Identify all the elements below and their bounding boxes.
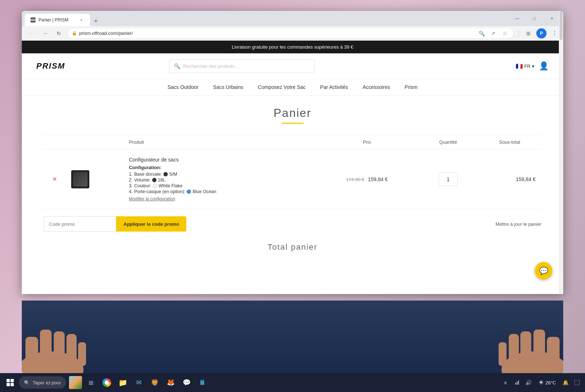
apply-promo-button[interactable]: Appliquer le code promo xyxy=(116,216,186,232)
cart-actions: Appliquer le code promo Mettre à jour le… xyxy=(44,216,541,232)
site-logo[interactable]: PRISM xyxy=(36,61,65,71)
config-item-2: 2. Volume: 18L xyxy=(129,177,309,183)
price-cell: 174,90 € 159,84 € xyxy=(315,150,419,209)
back-button[interactable]: ← xyxy=(26,28,36,38)
show-hidden-icons-button[interactable]: ∧ xyxy=(500,377,511,388)
beach-icon xyxy=(69,376,82,389)
svg-rect-13 xyxy=(517,381,517,385)
keyboard-area xyxy=(22,301,563,373)
window-maximize-button[interactable]: □ xyxy=(526,13,543,24)
cart-title: Panier xyxy=(44,106,541,120)
remove-item-button[interactable]: ✕ xyxy=(44,150,65,209)
speaker-icon[interactable]: 🔊 xyxy=(524,377,534,388)
calculator-taskbar-button[interactable]: 🖩 xyxy=(195,375,210,390)
scroll-thumb xyxy=(560,11,562,40)
share-icon[interactable]: ↗ xyxy=(489,29,497,38)
taskbar-right: ∧ 🔊 ☀ 26°C 🔔 xyxy=(500,377,582,388)
url-bar[interactable]: 🔒 prism-offroad.com/panier/ 🔍 ↗ ☆ xyxy=(68,28,513,38)
bookmark-icon[interactable]: ☆ xyxy=(500,29,509,38)
svg-rect-12 xyxy=(515,383,516,385)
mail-taskbar-button[interactable]: ✉ xyxy=(131,375,146,390)
window-close-button[interactable]: × xyxy=(544,13,560,24)
cart-title-underline xyxy=(282,123,304,124)
nav-item-composez[interactable]: Composez Votre Sac xyxy=(258,84,306,90)
search-taskbar-icon: 🔍 xyxy=(24,380,30,385)
active-tab[interactable]: NM Panier | PRISM × xyxy=(25,14,90,26)
modify-config-link[interactable]: Modifier la configuration xyxy=(129,196,309,201)
svg-rect-11 xyxy=(499,342,507,366)
sale-price: 159,84 € xyxy=(368,176,388,182)
chevron-down-icon: ▾ xyxy=(532,64,535,69)
cart-table: Produit Prix Quantité Sous-total ✕ xyxy=(44,135,541,209)
svg-rect-7 xyxy=(547,337,560,366)
volume-icon xyxy=(152,178,157,182)
table-row: ✕ Configurateur de sacs Configuration: xyxy=(44,150,541,209)
slack-icon: 💬 xyxy=(183,379,191,387)
taskbar-beach-app[interactable] xyxy=(69,376,82,389)
forward-button[interactable]: → xyxy=(40,28,50,38)
title-bar: NM Panier | PRISM × + — □ × xyxy=(22,11,563,26)
more-button[interactable]: ⋮ xyxy=(550,29,559,38)
language-selector[interactable]: 🇫🇷 FR ▾ xyxy=(516,63,535,70)
nav-item-accessoires[interactable]: Accessoires xyxy=(363,84,390,90)
svg-rect-10 xyxy=(509,334,519,364)
svg-rect-2 xyxy=(40,330,52,362)
col-prix: Prix xyxy=(315,135,419,150)
new-tab-button[interactable]: + xyxy=(91,16,101,26)
config-item-3: 3. Couleur: White Flake xyxy=(129,183,309,188)
firefox-taskbar-button[interactable]: 🦊 xyxy=(163,375,178,390)
col-remove xyxy=(44,135,65,150)
col-image xyxy=(65,135,123,150)
search-icon[interactable]: 🔍 xyxy=(477,29,486,38)
promo-code-input[interactable] xyxy=(44,216,116,232)
window-minimize-button[interactable]: — xyxy=(509,13,525,24)
chat-button[interactable]: 💬 xyxy=(535,262,552,279)
left-hand xyxy=(22,308,131,373)
address-bar: ← → ↻ 🔒 prism-offroad.com/panier/ 🔍 ↗ ☆ … xyxy=(22,26,563,41)
taskbar-search[interactable]: 🔍 Taper ici pour xyxy=(19,376,66,389)
nav-item-activites[interactable]: Par Activités xyxy=(320,84,348,90)
update-cart-link[interactable]: Mettre à jour le panier xyxy=(496,221,541,227)
product-name: Configurateur de sacs xyxy=(129,157,309,163)
mail-icon: ✉ xyxy=(136,379,142,387)
show-desktop-button[interactable] xyxy=(572,377,582,388)
config-item-4: 4. Porte-casque (en option): Blue Ocean xyxy=(129,189,309,194)
separator xyxy=(519,30,519,37)
cart-total-title: Total panier xyxy=(44,242,541,252)
subtotal-value: 159,84 € xyxy=(516,176,536,182)
chrome-taskbar-button[interactable] xyxy=(99,375,114,390)
svg-rect-5 xyxy=(78,342,86,366)
site-search-bar[interactable]: 🔍 Rechercher des produits... xyxy=(169,59,314,73)
svg-rect-9 xyxy=(520,331,531,363)
reload-button[interactable]: ↻ xyxy=(54,28,64,38)
right-hand xyxy=(454,308,563,373)
brave-taskbar-button[interactable]: 🦁 xyxy=(147,375,162,390)
nav-item-prism[interactable]: Prism xyxy=(405,84,418,90)
network-icon[interactable] xyxy=(512,377,522,388)
firefox-icon: 🦊 xyxy=(167,379,175,387)
site-nav: Sacs Outdoor Sacs Urbains Composez Votre… xyxy=(22,79,563,95)
user-account-icon[interactable]: 👤 xyxy=(539,61,549,71)
tab-close-button[interactable]: × xyxy=(78,17,84,23)
cart-page: Panier Produit Prix Quantité Sous-total xyxy=(22,95,563,266)
nav-item-sacs-outdoor[interactable]: Sacs Outdoor xyxy=(167,84,199,90)
quantity-input[interactable]: 1 xyxy=(439,172,458,186)
profile-button[interactable]: P xyxy=(536,28,547,38)
tab-favicon: NM xyxy=(31,17,36,23)
notifications-icon[interactable]: 🔔 xyxy=(560,377,570,388)
flag-icon: 🇫🇷 xyxy=(516,63,523,70)
scrollbar[interactable] xyxy=(559,11,563,294)
svg-rect-3 xyxy=(54,331,65,363)
porte-casque-icon xyxy=(187,189,191,194)
col-quantite: Quantité xyxy=(419,135,478,150)
col-produit: Produit xyxy=(123,135,315,150)
start-button[interactable] xyxy=(3,375,17,390)
nav-item-sacs-urbains[interactable]: Sacs Urbains xyxy=(213,84,243,90)
filemanager-taskbar-button[interactable]: 📁 xyxy=(115,375,130,390)
search-icon: 🔍 xyxy=(174,63,180,69)
slack-taskbar-button[interactable]: 💬 xyxy=(179,375,194,390)
chat-icon: 💬 xyxy=(539,266,548,275)
product-details: Configurateur de sacs Configuration: 1. … xyxy=(129,157,309,201)
taskview-button[interactable]: ⊞ xyxy=(84,375,98,390)
extensions-icon[interactable]: ⊞ xyxy=(524,29,533,38)
